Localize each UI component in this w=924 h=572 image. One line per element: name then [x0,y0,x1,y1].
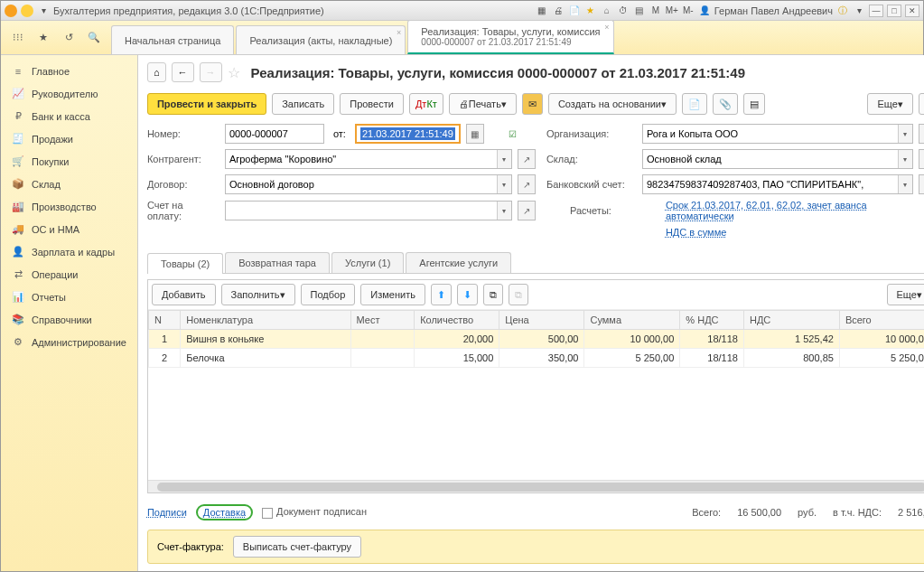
h-scrollbar[interactable] [148,480,924,492]
tb-star-icon[interactable]: ★ [584,5,597,17]
calendar-icon[interactable]: ▦ [466,124,484,144]
tb-home-icon[interactable]: ⌂ [601,5,613,17]
tab-start[interactable]: Начальная страница [111,25,234,54]
chevron-down-icon[interactable]: ▾ [898,125,912,143]
sidebar-item-manager[interactable]: 📈Руководителю [1,82,137,105]
fill-button[interactable]: Заполнить ▾ [221,284,295,305]
tb-info-dd[interactable]: ▾ [853,5,865,17]
search-icon[interactable]: 🔍 [86,30,102,46]
more-button[interactable]: Еще ▾ [867,93,912,115]
add-button[interactable]: Добавить [152,284,216,305]
sidebar-item-purchases[interactable]: 🛒Покупки [1,150,137,173]
mail-button[interactable]: ✉ [522,93,543,115]
signatures-link[interactable]: Подписи [147,507,187,518]
sidebar-item-sales[interactable]: 🧾Продажи [1,127,137,150]
move-down-button[interactable]: ⬇ [457,284,478,305]
open-button[interactable]: ↗ [518,201,536,220]
chevron-down-icon[interactable]: ▾ [497,150,511,168]
edit-button[interactable]: Изменить [360,284,425,305]
tb-clock-icon[interactable]: ⏱ [617,5,630,17]
pay-input[interactable]: ▾ [225,201,512,220]
sidebar-item-warehouse[interactable]: 📦Склад [1,173,137,195]
edo-button[interactable]: 📄 [682,93,707,115]
tb-m-plus[interactable]: M+ [666,5,678,17]
select-button[interactable]: Подбор [301,284,356,305]
post-button[interactable]: Провести [340,93,404,115]
open-button[interactable]: ↗ [919,149,924,169]
write-sf-button[interactable]: Выписать счет-фактуру [233,536,361,558]
tb-m[interactable]: M [649,5,662,17]
back-button[interactable]: ← [172,62,194,82]
table-row[interactable]: 2 Белочка 15,000 350,00 5 250,00 18/118 … [148,349,924,368]
date-input[interactable]: 21.03.2017 21:51:49 [355,124,461,144]
sidebar-item-admin[interactable]: ⚙Администрирование [1,331,137,353]
dt-kt-button[interactable]: ДтКт [409,93,443,115]
close-icon[interactable]: × [397,28,401,37]
print-button[interactable]: 🖨 Печать ▾ [449,93,517,115]
sidebar-item-bank[interactable]: ₽Банк и касса [1,105,137,127]
dog-input[interactable]: Основной договор▾ [225,174,512,194]
create-based-button[interactable]: Создать на основании ▾ [548,93,677,115]
table-row[interactable]: 1 Вишня в коньяке 20,000 500,00 10 000,0… [148,330,924,349]
tb-calc-icon[interactable]: ▤ [633,5,646,17]
subtab-agent[interactable]: Агентские услуги [406,252,511,273]
status-icon[interactable]: ☑ [504,124,522,144]
tab-current-doc[interactable]: Реализация: Товары, услуги, комиссия 000… [407,20,613,54]
chevron-down-icon[interactable]: ▾ [497,175,511,193]
tb-doc-icon[interactable]: 📄 [568,5,581,17]
sidebar-item-assets[interactable]: 🚚ОС и НМА [1,218,137,240]
wh-input[interactable]: Основной склад▾ [642,149,913,169]
open-button[interactable]: ↗ [919,124,924,144]
calc-link[interactable]: Срок 21.03.2017, 62.01, 62.02, зачет ава… [666,200,924,221]
subtab-services[interactable]: Услуги (1) [331,252,404,273]
chevron-down-icon[interactable]: ▾ [497,202,511,220]
sidebar-item-hr[interactable]: 👤Зарплата и кадры [1,240,137,263]
sidebar-item-catalogs[interactable]: 📚Справочники [1,308,137,331]
signed-checkbox[interactable]: Документ подписан [262,506,367,518]
open-button[interactable]: ↗ [518,149,536,169]
tb-m-minus[interactable]: M- [682,5,695,17]
history-icon[interactable]: ↺ [61,30,77,46]
favorite-icon[interactable]: ☆ [228,64,240,81]
forward-button[interactable]: → [200,62,222,82]
bank-input[interactable]: 98234759837409287403, ПАО "СПИРИТБАНК",▾ [642,174,913,194]
tb-grid-icon[interactable]: ▦ [536,5,548,17]
tb-user-icon[interactable]: 👤 [698,5,711,17]
tb-username[interactable]: Герман Павел Андреевич [714,5,833,16]
contr-input[interactable]: Агроферма "Коровино"▾ [225,149,512,169]
help-button[interactable]: ? [919,93,924,115]
home-button[interactable]: ⌂ [147,62,166,82]
delivery-link[interactable]: Доставка [196,504,253,520]
tb-info-icon[interactable]: ⓘ [836,5,849,17]
open-button[interactable]: ↗ [919,174,924,194]
chevron-down-icon[interactable]: ▾ [898,175,912,193]
sidebar-item-operations[interactable]: ⇄Операции [1,263,137,286]
chevron-down-icon[interactable]: ▾ [898,150,912,168]
sidebar-item-production[interactable]: 🏭Производство [1,195,137,218]
open-button[interactable]: ↗ [518,174,536,194]
subtab-returnable[interactable]: Возвратная тара [225,252,330,273]
close-icon[interactable]: × [604,23,609,32]
paste-button[interactable]: ⧉ [509,284,528,305]
nds-link[interactable]: НДС в сумме [666,227,924,238]
copy-button[interactable]: ⧉ [483,284,503,305]
subtab-goods[interactable]: Товары (2) [147,253,223,274]
move-up-button[interactable]: ⬆ [431,284,452,305]
attach-button[interactable]: 📎 [713,93,738,115]
tb-print-icon[interactable]: 🖨 [552,5,565,17]
struct-button[interactable]: ▤ [743,93,765,115]
grid-more-button[interactable]: Еще ▾ [887,284,924,305]
dropdown-icon[interactable]: ▾ [37,5,50,17]
num-input[interactable]: 0000-000007 [225,124,324,144]
tab-realizations[interactable]: Реализация (акты, накладные)× [236,25,406,54]
post-close-button[interactable]: Провести и закрыть [147,93,266,115]
min-button[interactable]: — [869,5,883,17]
star-icon[interactable]: ★ [35,30,51,46]
max-button[interactable]: □ [887,5,901,17]
close-button[interactable]: ✕ [905,5,919,17]
apps-icon[interactable]: ⁝⁝⁝ [10,30,26,46]
sidebar-item-main[interactable]: ≡Главное [1,61,137,82]
org-input[interactable]: Рога и Копыта ООО▾ [642,124,913,144]
sidebar-item-reports[interactable]: 📊Отчеты [1,286,137,308]
save-button[interactable]: Записать [272,93,334,115]
